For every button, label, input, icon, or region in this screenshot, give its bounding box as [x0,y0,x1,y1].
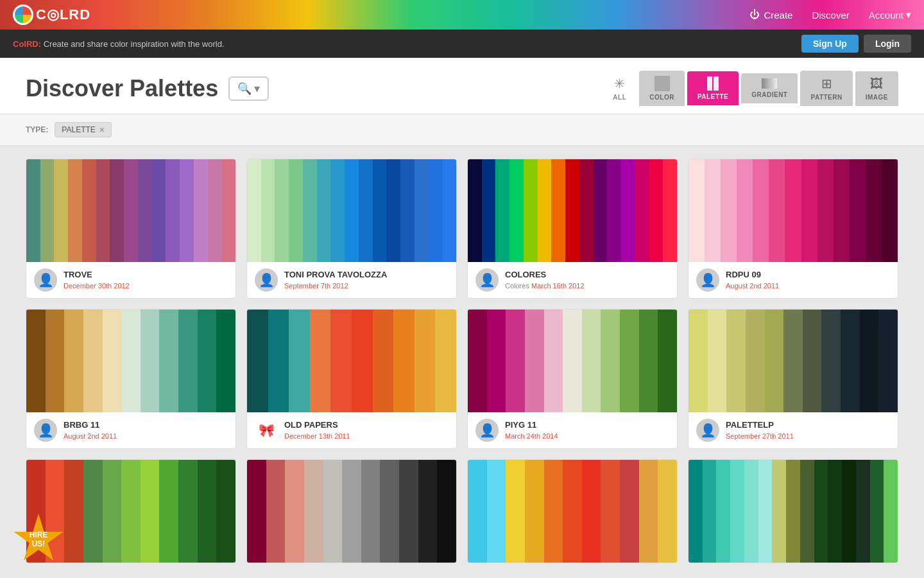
color-swatch [882,159,898,262]
palette-card[interactable]: 👤TONI PROVA TAVOLOZZASeptember 7th 2012 [246,159,457,299]
palette-card[interactable] [467,459,678,563]
page-header: Discover Palettes 🔍 ▾ ✳ ALL COLOR PALETT… [0,58,924,114]
palette-icon [707,76,719,91]
remove-filter-icon[interactable]: × [99,125,105,135]
palette-meta: OLD PAPERSDecember 13th 2011 [284,420,449,441]
avatar: 👤 [475,419,499,442]
palette-swatches [689,310,898,412]
tab-color[interactable]: COLOR [639,71,685,106]
color-swatch [418,460,438,563]
color-swatch [468,159,482,262]
color-swatch [620,460,639,563]
color-swatch [525,460,544,563]
tab-all[interactable]: ✳ ALL [603,71,637,106]
color-swatch [730,460,744,563]
avatar: 👤 [475,268,499,292]
palette-card[interactable] [688,459,898,563]
palette-date: August 2nd 2011 [726,282,779,290]
color-swatch [758,460,773,563]
signup-button[interactable]: Sign Up [801,35,859,53]
palette-card[interactable]: 👤PALETTELPSeptember 27th 2011 [688,309,898,449]
login-button[interactable]: Login [864,35,911,53]
banner-message: ColRD: Create and share color inspiratio… [13,39,224,49]
palette-card[interactable] [26,459,236,563]
color-swatch [399,460,418,563]
color-swatch [247,460,266,563]
color-swatch [705,159,721,262]
color-swatch [359,159,373,262]
color-swatch [361,460,381,563]
color-swatch [601,460,620,563]
color-swatch [639,460,658,563]
palette-name: TROVE [64,270,228,279]
palette-card[interactable]: 🎀OLD PAPERSDecember 13th 2011 [246,309,457,449]
palette-card[interactable]: 👤COLORESColores March 16th 2012 [467,159,678,299]
color-swatch [866,159,882,262]
color-swatch [753,159,769,262]
palette-swatches [26,159,235,262]
search-button[interactable]: 🔍 ▾ [228,76,269,101]
color-swatch [487,460,506,563]
palette-name: OLD PAPERS [284,420,449,430]
promo-banner: ColRD: Create and share color inspiratio… [0,30,924,58]
palette-meta: BRBG 11August 2nd 2011 [64,420,228,441]
color-swatch [607,159,621,262]
page-title: Discover Palettes [26,75,218,102]
color-swatch [64,460,83,563]
palette-swatches [247,310,456,412]
palette-card[interactable] [246,459,457,563]
color-swatch [82,159,96,262]
color-swatch [689,310,708,412]
color-swatch [817,159,834,262]
color-swatch [303,159,317,262]
color-swatch [415,310,436,412]
pattern-icon: ⊞ [821,76,832,91]
palette-card[interactable]: 👤RDPU 09August 2nd 2011 [688,159,898,299]
discover-link[interactable]: Discover [812,10,849,21]
color-swatch [772,460,786,563]
palette-card[interactable]: 👤PIYG 11March 24th 2014 [467,309,678,449]
color-swatch [658,310,677,412]
color-swatch [850,159,866,262]
account-link[interactable]: Account ▾ [869,9,911,21]
color-swatch [96,159,110,262]
palette-card[interactable]: 👤BRBG 11August 2nd 2011 [26,309,236,449]
color-swatch [83,310,103,412]
tab-palette[interactable]: PALETTE [687,71,739,105]
color-swatch [289,159,303,262]
create-link[interactable]: ⏻ Create [749,9,792,21]
color-swatch [138,159,152,262]
palette-filter-tag[interactable]: PALETTE × [55,122,112,137]
color-swatch [442,159,456,262]
color-swatch [582,310,601,412]
palette-meta: RDPU 09August 2nd 2011 [726,270,890,291]
search-icon: 🔍 [237,82,252,96]
tab-image[interactable]: 🖼 IMAGE [855,71,898,106]
palette-card[interactable]: 👤TROVEDecember 30th 2012 [26,159,236,299]
palette-swatches [247,159,456,262]
palette-info: 👤TONI PROVA TAVOLOZZASeptember 7th 2012 [247,262,456,298]
palette-name: RDPU 09 [726,270,890,279]
color-swatch [103,460,122,563]
color-swatch [437,460,456,563]
color-swatch [744,460,758,563]
palette-name: COLORES [505,270,669,279]
color-swatch [54,159,68,262]
color-swatch [482,159,496,262]
color-swatch [821,310,841,412]
color-swatch [544,460,563,563]
color-swatch [198,460,217,563]
color-swatch [525,310,544,412]
color-swatch [786,460,800,563]
tab-pattern[interactable]: ⊞ PATTERN [800,71,852,106]
color-swatch [373,310,394,412]
color-swatch [841,310,860,412]
color-swatch [26,159,40,262]
color-swatch [814,460,828,563]
color-swatch [216,460,235,563]
color-swatch [524,159,538,262]
color-swatch [538,159,552,262]
tab-gradient[interactable]: GRADIENT [741,73,798,103]
logo[interactable]: C◎LRD [13,4,90,25]
chevron-down-icon: ▾ [906,9,911,21]
